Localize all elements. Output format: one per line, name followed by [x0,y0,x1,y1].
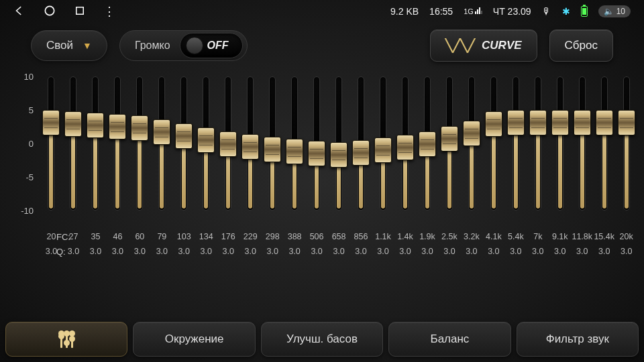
fc-value: 9.1k [549,232,571,241]
tab-eq[interactable] [5,322,127,357]
fc-value: 2.5k [438,232,460,241]
eq-band-1[interactable] [62,76,85,210]
eq-band-20[interactable] [482,76,504,210]
reset-button[interactable]: Сброс [549,29,613,62]
data-usage: 9.2 KB [390,6,419,17]
q-value: 3.0 [328,247,350,256]
q-value: 3.0 [85,247,107,256]
slider-knob[interactable] [264,137,281,162]
eq-band-24[interactable] [571,76,593,210]
controls-row: Свой ▼ Громко OFF ╲╱╲╱ CURVE Сброс [0,23,644,62]
tab-filter[interactable]: Фильтр звук [517,322,639,357]
toggle-state-label: OFF [207,40,229,52]
eq-band-18[interactable] [438,76,460,210]
slider-knob[interactable] [197,127,215,153]
frequency-readout: FC: 202735466079103134176229298388506658… [0,225,644,259]
eq-band-10[interactable] [262,76,284,210]
slider-knob[interactable] [175,123,193,149]
tab-surround[interactable]: Окружение [133,322,255,357]
slider-knob[interactable] [153,119,170,145]
eq-band-12[interactable] [306,76,328,210]
slider-knob[interactable] [87,113,104,138]
fc-value: 5.4k [504,232,527,241]
eq-band-13[interactable] [328,76,350,210]
slider-knob[interactable] [396,135,414,160]
fc-value: 1.4k [394,232,417,241]
chevron-down-icon: ▼ [83,40,92,51]
q-value: 3.0 [262,247,284,256]
eq-band-15[interactable] [372,76,394,210]
volume-badge[interactable]: 🔈10 [598,5,631,17]
y-tick: -5 [13,172,34,182]
q-value: 3.0 [217,247,239,256]
slider-knob[interactable] [419,131,436,157]
slider-knob[interactable] [529,110,547,135]
slider-knob[interactable] [241,134,259,160]
sliders-container [40,76,637,210]
q-value: 3.0 [306,247,328,256]
slider-knob[interactable] [551,110,569,135]
eq-band-5[interactable] [151,76,173,210]
q-value: 3.0 [593,247,615,256]
fc-row-label: FC: [56,232,76,242]
q-value: 3.0 [372,247,394,256]
date: ЧТ 23.09 [493,6,531,17]
eq-band-4[interactable] [129,76,151,210]
eq-band-23[interactable] [549,76,571,210]
eq-band-16[interactable] [394,76,417,210]
tab-bass[interactable]: Улучш. басов [261,322,383,357]
slider-knob[interactable] [374,137,392,163]
eq-band-7[interactable] [195,76,217,210]
svg-rect-1 [76,7,84,14]
fc-value: 388 [284,232,306,241]
eq-band-8[interactable] [217,76,239,210]
slider-knob[interactable] [485,111,502,137]
slider-knob[interactable] [286,139,303,164]
eq-band-11[interactable] [284,76,306,210]
recent-icon[interactable] [74,5,86,19]
tab-balance[interactable]: Баланс [388,322,511,357]
back-icon[interactable] [13,5,25,19]
eq-band-22[interactable] [527,76,549,210]
curve-button[interactable]: ╲╱╲╱ CURVE [430,29,537,62]
eq-band-14[interactable] [350,76,372,210]
slider-knob[interactable] [219,131,237,157]
slider-knob[interactable] [574,110,591,135]
menu-icon[interactable]: ⋮ [103,4,115,19]
equalizer: 1050-5-10 [0,76,644,225]
eq-band-9[interactable] [239,76,262,210]
preset-dropdown[interactable]: Свой ▼ [31,30,107,61]
bluetooth-icon: ✱ [562,6,570,17]
slider-knob[interactable] [618,110,635,135]
slider-knob[interactable] [308,141,325,166]
eq-band-0[interactable] [40,76,62,210]
waveform-icon: ╲╱╲╱ [445,38,475,53]
loudness-toggle[interactable]: OFF [180,33,243,58]
eq-band-6[interactable] [173,76,195,210]
sliders-icon [60,330,73,348]
eq-band-17[interactable] [416,76,438,210]
q-value: 3.0 [350,247,372,256]
slider-knob[interactable] [463,121,480,146]
mic-icon[interactable]: 🎙 [542,6,551,17]
home-icon[interactable] [43,4,56,19]
slider-knob[interactable] [352,140,370,166]
slider-knob[interactable] [441,126,458,152]
eq-band-21[interactable] [504,76,527,210]
slider-knob[interactable] [330,142,347,168]
eq-band-25[interactable] [593,76,615,210]
fc-value: 658 [328,232,350,241]
eq-band-19[interactable] [460,76,482,210]
eq-band-3[interactable] [107,76,129,210]
status-bar: ⋮ 9.2 KB 16:55 1G ЧТ 23.09 🎙 ✱ 🔈10 [0,0,644,23]
slider-knob[interactable] [507,110,525,135]
y-axis: 1050-5-10 [13,76,34,210]
slider-knob[interactable] [596,110,613,135]
eq-band-26[interactable] [615,76,637,210]
eq-band-2[interactable] [85,76,107,210]
slider-knob[interactable] [109,114,126,139]
slider-knob[interactable] [64,111,82,137]
y-tick: 10 [13,72,34,82]
slider-knob[interactable] [42,110,60,135]
slider-knob[interactable] [131,115,148,141]
